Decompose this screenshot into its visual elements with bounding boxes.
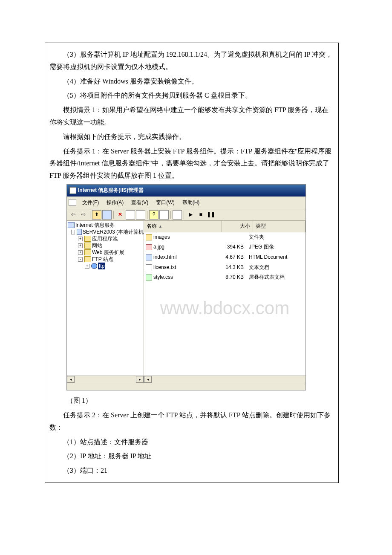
html-icon <box>146 254 152 260</box>
col-size[interactable]: 大小 <box>222 221 253 232</box>
expand-icon[interactable]: + <box>85 264 89 269</box>
tree-scrollbar[interactable]: ◂ ▸ <box>67 376 144 383</box>
paragraph: （4）准备好 Windows 服务器安装镜像文件。 <box>49 75 334 88</box>
paragraph: （3）服务器计算机 IP 地址配置为 192.168.1.1/24。为了避免虚拟… <box>49 49 334 73</box>
list-rows: images 文件夹 a.jpg 394 KB JPEG 图像 index.ht… <box>144 232 306 283</box>
list-item[interactable]: license.txt 14.3 KB 文本文档 <box>144 263 306 273</box>
toolbar: ⇦ ⇨ ⬆ ✕ ? ▶ ■ ❚❚ <box>67 209 306 221</box>
scroll-left-icon[interactable]: ◂ <box>67 376 75 383</box>
iis-manager-window: Internet 信息服务(IIS)管理器 文件(F) 操作(A) 查看(V) … <box>66 184 306 390</box>
collapse-icon[interactable]: - <box>71 230 75 234</box>
paragraph: （1）站点描述：文件服务器 <box>49 436 334 448</box>
delete-button[interactable]: ✕ <box>115 210 125 220</box>
menu-action[interactable]: 操作(A) <box>103 198 127 208</box>
selected-node-label: ftp <box>98 263 105 269</box>
folder-icon <box>146 234 152 240</box>
collapse-icon[interactable]: - <box>78 257 83 262</box>
tree-webext[interactable]: + Web 服务扩展 <box>68 249 144 256</box>
menu-window[interactable]: 窗口(W) <box>153 198 178 208</box>
toolbar-button[interactable] <box>173 210 182 220</box>
menu-help[interactable]: 帮助(H) <box>179 198 203 208</box>
back-button[interactable]: ⇦ <box>69 210 78 220</box>
tree-server[interactable]: - SERVER2003 (本地计算机 <box>68 228 144 235</box>
col-type[interactable]: 类型 <box>253 221 306 232</box>
paragraph: 任务提示 2：在 Server 上创建一个 FTP 站点，并将默认 FTP 站点… <box>49 409 334 434</box>
image-icon <box>146 244 152 250</box>
list-header: 名称▲ 大小 类型 <box>144 221 306 232</box>
computer-icon <box>68 222 75 228</box>
app-icon <box>69 187 76 194</box>
folder-icon <box>84 243 91 249</box>
folder-icon <box>84 256 91 262</box>
list-item[interactable]: images 文件夹 <box>144 232 306 243</box>
folder-icon <box>84 236 91 242</box>
paragraph: （2）IP 地址：服务器 IP 地址 <box>49 450 334 462</box>
tree-apppool[interactable]: + 应用程序池 <box>68 235 144 242</box>
menubar: 文件(F) 操作(A) 查看(V) 窗口(W) 帮助(H) <box>67 197 306 210</box>
list-item[interactable]: a.jpg 394 KB JPEG 图像 <box>144 242 306 252</box>
refresh-button[interactable] <box>136 210 145 220</box>
tree-website[interactable]: + 网站 <box>68 242 144 249</box>
paragraph: （3）端口：21 <box>49 465 334 477</box>
col-name[interactable]: 名称▲ <box>144 221 222 232</box>
statusbar <box>67 383 306 390</box>
scroll-right-icon[interactable]: ▸ <box>136 376 144 383</box>
properties-button[interactable] <box>126 210 135 220</box>
toolbar-button[interactable] <box>159 210 169 220</box>
list-item[interactable]: style.css 8.70 KB 层叠样式表文档 <box>144 272 306 283</box>
window-title: Internet 信息服务(IIS)管理器 <box>78 186 144 195</box>
play-button[interactable]: ▶ <box>186 210 195 220</box>
css-icon <box>146 275 152 280</box>
scroll-left-icon[interactable]: ◂ <box>144 376 152 383</box>
forward-button[interactable]: ⇨ <box>79 210 88 220</box>
menu-file[interactable]: 文件(F) <box>79 198 102 208</box>
menu-view[interactable]: 查看(V) <box>128 198 152 208</box>
expand-icon[interactable]: + <box>78 250 83 255</box>
paragraph: 请根据如下的任务提示，完成实践操作。 <box>49 131 334 143</box>
system-menu-icon[interactable] <box>69 199 76 206</box>
list-scrollbar[interactable]: ◂ <box>144 376 306 383</box>
tree-ftp-node[interactable]: + ftp <box>68 263 144 269</box>
text-icon <box>146 264 152 270</box>
pause-button[interactable]: ❚❚ <box>206 210 216 220</box>
tree-pane: Internet 信息服务 - SERVER2003 (本地计算机 + 应用程序… <box>67 221 144 383</box>
toolbar-button[interactable] <box>102 210 112 220</box>
stop-button[interactable]: ■ <box>196 210 205 220</box>
tree-root[interactable]: Internet 信息服务 <box>68 222 144 228</box>
watermark: www.bdocx.com <box>160 292 289 324</box>
list-pane: 名称▲ 大小 类型 images 文件夹 a.jpg <box>144 221 306 383</box>
tree-ftpsite[interactable]: - FTP 站点 <box>68 256 144 263</box>
server-icon <box>77 229 82 235</box>
help-button[interactable]: ? <box>149 210 159 220</box>
figure-label: （图 1） <box>66 395 334 407</box>
up-folder-button[interactable]: ⬆ <box>92 210 101 220</box>
sort-asc-icon: ▲ <box>159 224 162 228</box>
expand-icon[interactable]: + <box>78 237 83 241</box>
globe-icon <box>91 263 97 269</box>
list-item[interactable]: index.html 4.67 KB HTML Document <box>144 252 306 263</box>
document-content-frame: （3）服务器计算机 IP 地址配置为 192.168.1.1/24。为了避免虚拟… <box>45 43 339 483</box>
expand-icon[interactable]: + <box>78 243 83 248</box>
paragraph: （5）将项目附件中的所有文件夹拷贝到服务器 C 盘根目录下。 <box>49 90 334 102</box>
paragraph: 任务提示 1：在 Server 服务器上安装 FTP 服务组件。提示：FTP 服… <box>49 145 334 182</box>
paragraph: 模拟情景 1：如果用户希望在网络中建立一个能够发布共享文件资源的 FTP 服务器… <box>49 104 334 129</box>
titlebar: Internet 信息服务(IIS)管理器 <box>67 185 306 197</box>
folder-icon <box>84 249 91 255</box>
